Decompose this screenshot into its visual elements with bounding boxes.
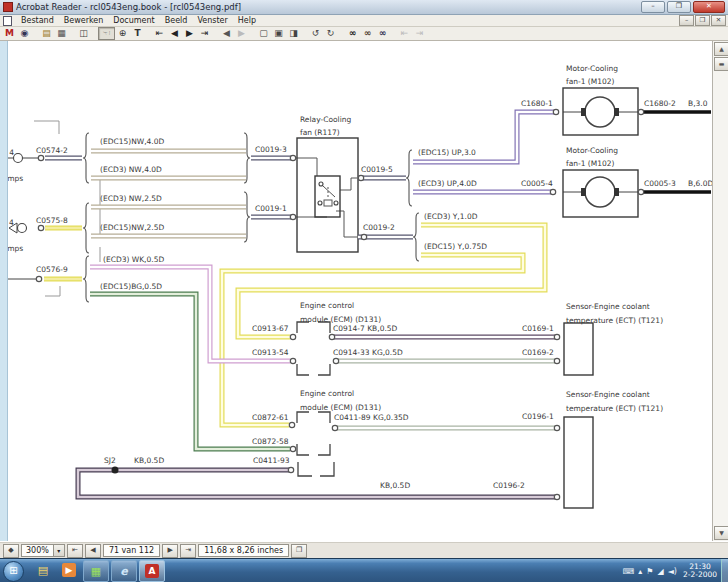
page-size-indicator: 11,68 x 8,26 inches — [198, 544, 289, 557]
left-panel-strip — [0, 41, 8, 541]
tray-volume-icon[interactable]: ◄) — [668, 567, 677, 576]
connector-pin — [553, 109, 558, 114]
diagram-label: Engine control — [300, 389, 354, 398]
splice-dot — [112, 467, 119, 474]
connector-pin — [288, 467, 293, 472]
rotate-right-icon[interactable]: ↻ — [323, 28, 338, 39]
next-page-icon[interactable]: ▶ — [182, 28, 197, 39]
scroll-up-button[interactable]: ▲ — [714, 42, 728, 56]
open-icon[interactable]: ▤ — [39, 28, 54, 39]
diagram-wire — [45, 286, 60, 296]
first-page-button[interactable]: ⇤ — [67, 544, 83, 558]
diagram-label: Motor-Cooling — [566, 146, 618, 155]
print-icon[interactable]: ▦ — [54, 28, 69, 39]
window-split-button[interactable]: ❐ — [291, 544, 307, 558]
document-area: K 4AmpsE 4AmpsC0574-2(EDC15)NW,4.0D(ECD3… — [0, 41, 728, 541]
diagram-label: C0019-3 — [255, 145, 287, 154]
fit-page-icon[interactable]: ▣ — [271, 28, 286, 39]
tray-show-hidden-icon[interactable]: ▴ — [638, 567, 642, 576]
menu-beeld[interactable]: Beeld — [160, 16, 193, 25]
show-panel-icon[interactable]: ◫ — [76, 28, 91, 39]
diagram-label: (EDC15) Y,0.75D — [424, 242, 487, 251]
tray-keyboard-icon[interactable]: ⌨ — [623, 567, 635, 576]
diagram-label: B,6.0D — [688, 179, 713, 188]
tray-action-center-icon[interactable]: ⚑ — [646, 567, 653, 576]
desktop: Acrobat Reader - rcl0543eng.book - [rcl0… — [0, 0, 728, 582]
fit-width-icon[interactable]: ◨ — [286, 28, 301, 39]
menu-document[interactable]: Document — [108, 16, 159, 25]
menu-help[interactable]: Help — [233, 16, 261, 25]
taskbar-app-green[interactable]: ▦ — [83, 560, 109, 582]
diagram-label: Engine control — [300, 301, 354, 310]
tool-indicator-button[interactable]: ◆ — [3, 544, 19, 558]
diagram-label: Relay-Cooling — [300, 115, 352, 124]
diagram-label: C0872-58 — [252, 437, 289, 446]
taskbar-clock[interactable]: 21:30 2-2-2000 — [683, 563, 717, 580]
restore-button[interactable]: ❐ — [667, 1, 691, 13]
taskbar-explorer[interactable]: ▤ — [31, 560, 55, 580]
last-page-button[interactable]: ⇥ — [180, 544, 196, 558]
taskbar-internet-explorer[interactable]: e — [111, 560, 137, 582]
connector-pin — [290, 446, 295, 451]
mdi-restore-button[interactable]: ❐ — [695, 15, 710, 26]
mdi-minimize-button[interactable]: – — [679, 15, 694, 26]
menu-bestand[interactable]: Bestand — [16, 16, 59, 25]
text-select-icon[interactable]: T — [130, 28, 145, 39]
next-view-icon[interactable]: ▶ — [234, 28, 249, 39]
diagram-label: C0411-93 — [253, 456, 290, 465]
zoom-dropdown-icon[interactable]: ▾ — [53, 545, 64, 556]
scroll-split-button[interactable]: ▬ — [714, 57, 728, 71]
connector-pin — [36, 276, 41, 281]
diagram-label: module (ECM) (D131) — [300, 315, 381, 324]
zoom-combo[interactable]: 300% ▾ — [21, 544, 65, 557]
diagram-wire — [318, 364, 330, 375]
connector-pin — [638, 189, 643, 194]
diagram-label: B,3.0 — [688, 99, 708, 108]
diagram-label: KB,0.5D — [380, 481, 410, 490]
next-page-button[interactable]: ▶ — [162, 544, 178, 558]
vertical-scrollbar[interactable]: ▲ ▬ ▼ — [712, 41, 728, 541]
window-title: Acrobat Reader - rcl0543eng.book - [rcl0… — [16, 2, 641, 12]
actual-size-icon[interactable]: ▢ — [256, 28, 271, 39]
menu-bewerken[interactable]: Bewerken — [59, 16, 109, 25]
diagram-label: KB,0.5D — [134, 456, 164, 465]
start-button[interactable]: ⊞ — [3, 561, 24, 582]
prev-page-button[interactable]: ◀ — [85, 544, 101, 558]
document-icon — [3, 16, 12, 26]
rotate-left-icon[interactable]: ↺ — [308, 28, 323, 39]
diagram-wire — [34, 121, 59, 134]
last-page-icon[interactable]: ⇥ — [197, 28, 212, 39]
connector-pin — [333, 358, 338, 363]
zoom-tool-icon[interactable]: ⊕ — [115, 28, 130, 39]
show-desktop-button[interactable] — [721, 559, 728, 582]
tray-network-icon[interactable]: ◢ — [658, 567, 664, 576]
wire-ribbon — [222, 255, 523, 425]
menu-venster[interactable]: Venster — [192, 16, 232, 25]
acrobat-logo-icon[interactable]: M — [2, 28, 17, 39]
motor-symbol — [585, 177, 615, 207]
eye-icon[interactable]: ◉ — [17, 28, 32, 39]
hand-tool-icon[interactable]: ☜ — [98, 27, 115, 40]
diagram-label: C0196-1 — [522, 412, 554, 421]
scroll-down-button[interactable]: ▼ — [714, 526, 728, 540]
next-highlight-icon[interactable]: ⇥ — [412, 28, 427, 39]
diagram-label: C0005-4 — [521, 179, 553, 188]
taskbar-media-player[interactable]: ▶ — [57, 560, 81, 580]
first-page-icon[interactable]: ⇤ — [152, 28, 167, 39]
close-button[interactable]: ✕ — [693, 1, 725, 13]
diagram-wire — [297, 444, 309, 455]
minimize-button[interactable]: – — [641, 1, 665, 13]
brace — [83, 256, 89, 302]
motor-brush — [614, 188, 619, 196]
find-icon[interactable]: ∞ — [345, 28, 360, 39]
mdi-close-button[interactable]: ✕ — [711, 15, 726, 26]
taskbar-acrobat-reader[interactable]: A — [139, 560, 165, 582]
connector-pin — [289, 422, 294, 427]
diagram-label: C0169-2 — [522, 348, 554, 357]
prev-highlight-icon[interactable]: ⇤ — [397, 28, 412, 39]
prev-page-icon[interactable]: ◀ — [167, 28, 182, 39]
search-results-icon[interactable]: ∞ — [375, 28, 390, 39]
page-indicator[interactable]: 71 van 112 — [103, 544, 160, 557]
prev-view-icon[interactable]: ◀ — [219, 28, 234, 39]
search-icon[interactable]: ∞ — [360, 28, 375, 39]
